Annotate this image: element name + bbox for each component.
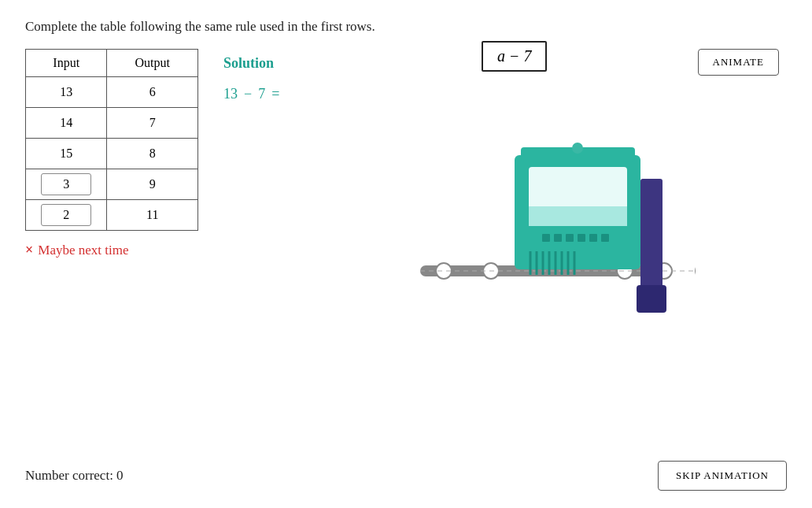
io-table: Input Output 136147158911 [25, 49, 198, 231]
input-cell-3 [26, 169, 107, 200]
number-correct-label: Number correct: 0 [25, 468, 124, 484]
svg-rect-17 [601, 234, 609, 242]
col-header-output: Output [107, 50, 198, 77]
feedback-text: Maybe next time [38, 243, 128, 258]
machine-section: ANIMATE a − 7 [304, 41, 787, 328]
col-header-input: Input [26, 50, 107, 77]
input-cell-2: 15 [26, 139, 107, 169]
formula-box: a − 7 [482, 41, 548, 72]
io-table-section: Input Output 136147158911 × Maybe next t… [25, 49, 198, 258]
svg-point-9 [572, 143, 583, 154]
animate-button[interactable]: ANIMATE [698, 49, 780, 76]
svg-rect-11 [529, 206, 627, 226]
eq-part-0: 13 [223, 86, 238, 102]
table-row: 158 [26, 139, 198, 169]
input-cell-4 [26, 200, 107, 231]
svg-rect-15 [578, 234, 585, 242]
table-row: 147 [26, 108, 198, 139]
table-row: 9 [26, 169, 198, 200]
feedback-section: × Maybe next time [25, 242, 198, 258]
input-field-4[interactable] [41, 204, 91, 226]
table-row: 11 [26, 200, 198, 231]
output-cell-1: 7 [107, 108, 198, 139]
solution-title: Solution [223, 55, 279, 72]
bottom-bar: Number correct: 0 SKIP ANIMATION [25, 461, 787, 491]
output-cell-3: 9 [107, 169, 198, 200]
svg-rect-18 [640, 179, 663, 293]
svg-rect-16 [589, 234, 597, 242]
skip-animation-button[interactable]: SKIP ANIMATION [658, 461, 787, 491]
output-cell-2: 8 [107, 139, 198, 169]
solution-equation: 13 − 7 = [223, 86, 279, 102]
input-cell-0: 13 [26, 77, 107, 108]
eq-part-3: = [271, 86, 279, 102]
machine-svg [397, 76, 696, 328]
feedback-x-icon: × [25, 242, 33, 258]
svg-rect-13 [554, 234, 562, 242]
input-cell-1: 14 [26, 108, 107, 139]
output-cell-0: 6 [107, 77, 198, 108]
svg-rect-19 [637, 285, 666, 313]
svg-rect-12 [542, 234, 550, 242]
solution-section: Solution 13 − 7 = [223, 49, 279, 102]
instruction-text: Complete the table following the same ru… [25, 19, 787, 35]
eq-part-2: 7 [258, 86, 265, 102]
eq-part-1: − [244, 86, 252, 102]
output-cell-4: 11 [107, 200, 198, 231]
table-row: 136 [26, 77, 198, 108]
input-field-3[interactable] [41, 173, 91, 195]
svg-rect-14 [566, 234, 574, 242]
